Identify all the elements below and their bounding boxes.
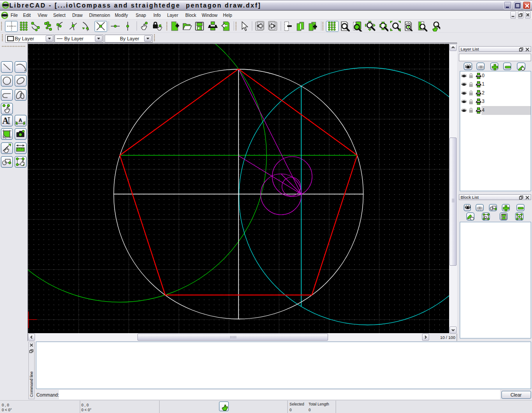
svg-text:A: A [19,118,22,123]
svg-text:A: A [2,116,9,126]
